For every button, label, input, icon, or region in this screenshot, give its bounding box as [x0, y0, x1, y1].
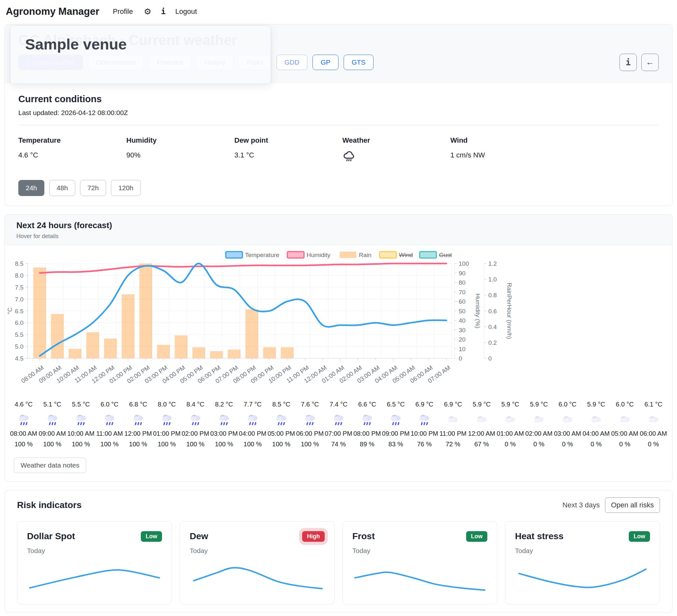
hour-temp: 4.6 °C [9, 401, 38, 408]
risk-card-dollar-spot[interactable]: Dollar SpotLowToday [17, 521, 172, 605]
hour-precip: 0 % [496, 440, 525, 448]
risk-card-period: Today [190, 547, 325, 555]
hour-precip: 67 % [467, 440, 496, 448]
legend-item-gust[interactable]: Gust [419, 252, 452, 258]
info-icon[interactable]: i [161, 7, 166, 16]
rain-cloud-icon [17, 413, 30, 426]
hour-time: 06:00 PM [296, 430, 324, 437]
svg-text:90: 90 [459, 270, 465, 276]
last-updated: Last updated: 2026-04-12 08:00:00Z [18, 109, 659, 116]
risk-card-title: Dew [190, 531, 208, 541]
rain-cloud-icon [304, 413, 316, 426]
hour-time: 07:00 PM [324, 430, 353, 437]
svg-text:Wind: Wind [399, 252, 413, 258]
nav-logout-link[interactable]: Logout [175, 7, 197, 16]
legend-item-wind[interactable]: Wind [380, 252, 413, 258]
hour-time: 04:00 PM [238, 430, 267, 437]
top-navbar: Agronomy Manager Profile ⚙ i Logout [0, 0, 677, 23]
risk-card-frost[interactable]: FrostLowToday [342, 521, 497, 605]
hourly-forecast-item: 6.0 °C03:00 AM0 % [553, 401, 582, 448]
hour-temp: 6.0 °C [611, 401, 639, 408]
legend-item-temperature[interactable]: Temperature [226, 252, 279, 258]
metric-label: Weather [342, 136, 450, 145]
info-button[interactable]: i [620, 54, 637, 71]
app-title: Agronomy Manager [6, 6, 99, 17]
hourly-forecast-item: 6.0 °C05:00 AM0 % [611, 401, 639, 448]
hour-precip: 0 % [611, 440, 639, 448]
current-conditions-title: Current conditions [18, 94, 659, 104]
hour-time: 09:00 PM [381, 430, 410, 437]
metric-value: 1 cm/s NW [450, 150, 558, 159]
hour-time: 02:00 PM [181, 430, 210, 437]
risk-card-heat-stress[interactable]: Heat stressLowToday [505, 521, 660, 605]
hourly-forecast-item: 6.6 °C08:00 PM89 % [353, 401, 381, 448]
metric-label: Temperature [18, 136, 126, 145]
hour-temp: 5.9 °C [582, 401, 611, 408]
range-button-48h[interactable]: 48h [49, 180, 75, 196]
gear-icon[interactable]: ⚙ [144, 7, 151, 17]
hour-precip: 76 % [410, 440, 439, 448]
hourly-forecast-item: 8.4 °C02:00 PM100 % [181, 401, 210, 448]
svg-text:0.2: 0.2 [488, 339, 497, 346]
svg-text:0.4: 0.4 [488, 323, 497, 330]
hour-time: 08:00 PM [353, 430, 381, 437]
range-button-24h[interactable]: 24h [18, 180, 44, 196]
hour-temp: 6.8 °C [124, 401, 152, 408]
hour-precip: 100 % [124, 440, 152, 448]
metric-value: 4.6 °C [18, 150, 126, 159]
svg-text:6.5: 6.5 [15, 307, 24, 314]
hour-precip: 100 % [267, 440, 296, 448]
rain-cloud-icon [332, 413, 345, 426]
svg-text:8.0: 8.0 [15, 272, 24, 279]
metric-label: Wind [450, 136, 558, 145]
hour-temp: 6.9 °C [439, 401, 467, 408]
risk-cards-grid: Dollar SpotLowTodayDewHighTodayFrostLowT… [17, 521, 660, 605]
hourly-forecast-item: 8.0 °C01:00 PM100 % [152, 401, 181, 448]
rain-cloud-icon [189, 413, 202, 426]
risk-level-badge: Low [629, 531, 650, 542]
legend-item-rain[interactable]: Rain [340, 252, 372, 258]
svg-text:80: 80 [459, 279, 465, 286]
svg-text:0: 0 [459, 355, 462, 362]
hour-time: 10:00 PM [410, 430, 439, 437]
cloud-icon [647, 413, 660, 426]
open-all-risks-button[interactable]: Open all risks [605, 497, 660, 513]
risk-card-period: Today [352, 547, 487, 555]
hourly-forecast-item: 5.9 °C02:00 AM0 % [525, 401, 553, 448]
risk-card-period: Today [27, 547, 162, 555]
svg-text:40: 40 [459, 317, 465, 324]
divider [18, 125, 659, 125]
hour-precip: 83 % [381, 440, 410, 448]
next-3-days-label: Next 3 days [562, 501, 600, 509]
weather-data-notes-button[interactable]: Weather data notes [14, 458, 86, 473]
svg-text:60: 60 [459, 298, 465, 305]
range-button-72h[interactable]: 72h [80, 180, 106, 196]
back-button[interactable]: ← [641, 54, 659, 71]
hour-temp: 6.6 °C [353, 401, 381, 408]
legend-item-humidity[interactable]: Humidity [287, 252, 330, 258]
hour-precip: 100 % [238, 440, 267, 448]
tab-gts[interactable]: GTS [344, 55, 373, 70]
rain-cloud-icon [161, 413, 173, 426]
risk-card-dew[interactable]: DewHighToday [180, 521, 335, 605]
hour-precip: 100 % [296, 440, 324, 448]
metric-humidity: Humidity90% [126, 136, 234, 163]
risk-card-period: Today [515, 547, 650, 555]
hour-temp: 6.0 °C [553, 401, 582, 408]
nav-profile-link[interactable]: Profile [113, 7, 133, 16]
tab-gp[interactable]: GP [312, 55, 338, 70]
hour-temp: 8.2 °C [210, 401, 238, 408]
range-button-120h[interactable]: 120h [111, 180, 141, 196]
risk-card-title: Dollar Spot [27, 531, 75, 541]
hour-precip: 100 % [210, 440, 238, 448]
cloud-icon [447, 413, 459, 426]
tab-gdd[interactable]: GDD [276, 55, 308, 70]
venue-name: Sample venue [25, 35, 271, 53]
hour-precip: 100 % [95, 440, 124, 448]
hourly-forecast-item: 6.8 °C12:00 PM100 % [124, 401, 152, 448]
risk-card-title: Heat stress [515, 531, 563, 541]
hour-precip: 100 % [9, 440, 38, 448]
forecast-chart[interactable]: 4.55.05.56.06.57.07.58.08.5°C08:00 AM09:… [5, 249, 672, 387]
svg-text:0.6: 0.6 [488, 307, 497, 314]
hour-time: 09:00 AM [38, 430, 66, 437]
